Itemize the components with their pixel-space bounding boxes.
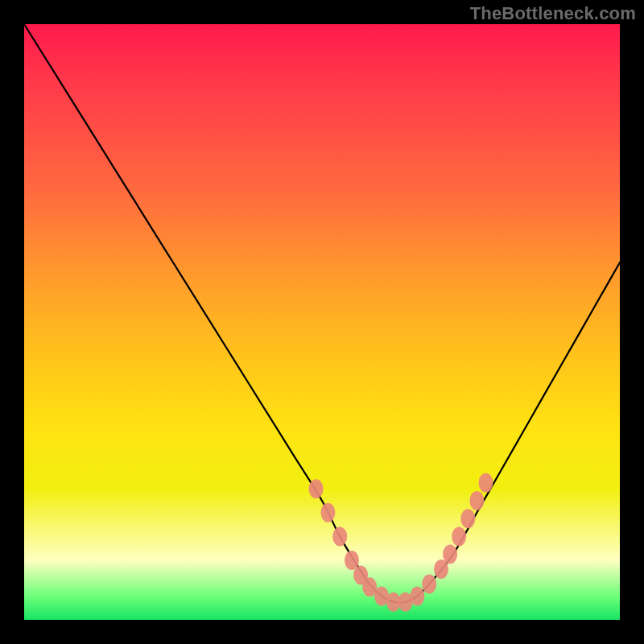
plot-area [24,24,620,620]
highlight-dot [469,491,484,510]
highlight-dot [460,509,475,528]
watermark-text: TheBottleneck.com [470,3,636,24]
highlight-dot [320,503,335,522]
bottleneck-curve-svg [24,24,620,620]
highlight-dot [479,473,493,493]
highlight-dot [452,526,466,546]
highlight-dot [422,575,436,594]
highlight-dot [332,526,347,546]
highlight-dots-group [309,473,493,612]
chart-frame: TheBottleneck.com [0,0,644,644]
highlight-dot [410,586,424,605]
highlight-dot [443,545,457,564]
highlight-dot [309,479,324,498]
